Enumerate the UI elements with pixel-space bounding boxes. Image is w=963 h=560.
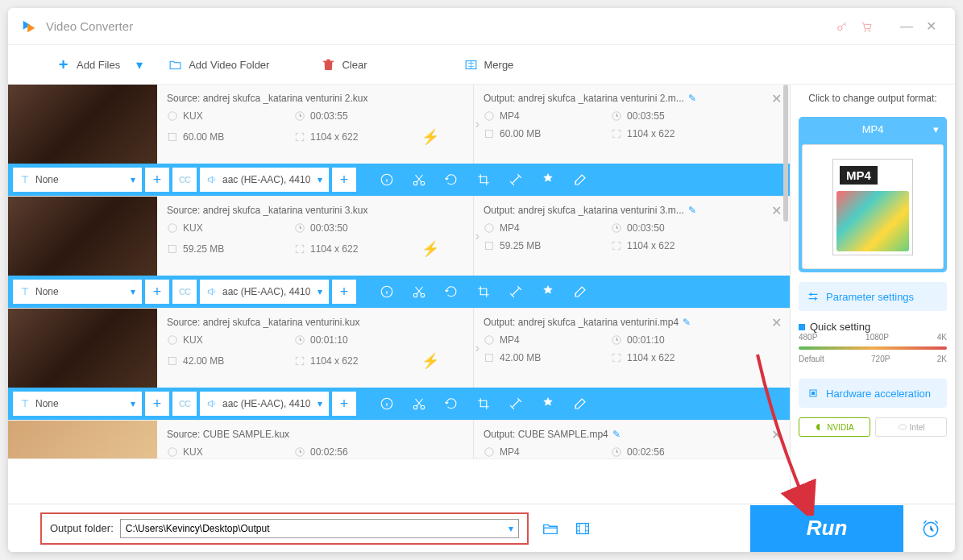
edit-icon[interactable]: ✎: [612, 429, 621, 440]
merge-button[interactable]: Merge: [448, 58, 530, 72]
cut-icon[interactable]: [408, 280, 430, 303]
sliders-icon: [807, 290, 820, 303]
edit-subtitle-icon[interactable]: [569, 392, 591, 415]
cut-icon[interactable]: [408, 168, 430, 191]
subtitle-select[interactable]: None▾: [13, 392, 142, 416]
scrollbar[interactable]: [783, 85, 788, 222]
merge-icon: [464, 58, 478, 72]
chevron-down-icon: ▾: [933, 123, 939, 135]
open-folder-icon[interactable]: [540, 518, 561, 539]
edit-subtitle-icon[interactable]: [569, 280, 591, 303]
watermark-icon[interactable]: [537, 168, 559, 191]
chevron-down-icon: ▾: [508, 523, 513, 534]
rotate-icon[interactable]: [440, 168, 463, 191]
add-subtitle-button[interactable]: +: [145, 392, 169, 416]
subtitle-select[interactable]: None▾: [13, 168, 142, 192]
output-folder-select[interactable]: C:\Users\Kevincy\Desktop\Output▾: [120, 519, 519, 538]
edit-icon[interactable]: ✎: [688, 205, 696, 216]
format-icon: [167, 110, 178, 122]
list-item: Source: CUBE SAMPLE.kux KUX00:02:56 › Ou…: [8, 421, 790, 459]
film-icon[interactable]: [572, 518, 593, 539]
svg-rect-36: [811, 392, 815, 395]
info-icon[interactable]: [376, 280, 398, 303]
list-item: Source: andrej skufca _katarina venturin…: [8, 197, 790, 309]
edit-icon[interactable]: ✎: [688, 93, 696, 104]
app-logo-icon: [20, 18, 38, 35]
quick-setting-label: Quick setting: [810, 321, 870, 333]
remove-item-icon[interactable]: ✕: [771, 315, 782, 330]
svg-point-25: [485, 336, 494, 345]
svg-point-13: [168, 224, 177, 233]
cc-button[interactable]: CC: [172, 392, 197, 416]
plus-icon: +: [56, 58, 70, 72]
svg-rect-9: [485, 130, 492, 137]
watermark-icon[interactable]: [537, 280, 559, 303]
source-info: Source: andrej skufca _katarina venturin…: [157, 85, 473, 164]
video-thumbnail[interactable]: [8, 309, 157, 388]
audio-select[interactable]: aac (HE-AAC), 4410▾: [200, 168, 329, 192]
add-files-button[interactable]: +Add Files: [40, 58, 136, 72]
watermark-icon[interactable]: [537, 392, 559, 415]
audio-select[interactable]: aac (HE-AAC), 4410▾: [200, 280, 329, 304]
info-icon[interactable]: [376, 392, 398, 415]
effects-icon[interactable]: [504, 392, 527, 415]
svg-point-22: [168, 336, 177, 345]
svg-rect-24: [168, 357, 176, 364]
clock-icon: [294, 110, 305, 122]
video-thumbnail[interactable]: [8, 421, 157, 459]
output-folder-highlight: Output folder: C:\Users\Kevincy\Desktop\…: [40, 512, 529, 545]
svg-rect-15: [168, 245, 176, 252]
svg-point-31: [168, 448, 177, 457]
nvidia-badge[interactable]: NVIDIA: [799, 417, 870, 437]
format-label: Click to change output format:: [799, 93, 947, 104]
activate-icon[interactable]: [830, 15, 854, 39]
chip-icon: [807, 387, 820, 400]
add-audio-button[interactable]: +: [332, 168, 356, 192]
video-thumbnail[interactable]: [8, 85, 157, 164]
run-button[interactable]: Run: [750, 505, 903, 552]
cc-button[interactable]: CC: [172, 280, 197, 304]
video-thumbnail[interactable]: [8, 197, 157, 276]
rotate-icon[interactable]: [440, 280, 463, 303]
edit-icon[interactable]: ✎: [683, 317, 691, 328]
crop-icon[interactable]: [472, 392, 495, 415]
parameter-settings-button[interactable]: Parameter settings: [799, 282, 947, 311]
source-label: Source: andrej skufca _katarina venturin…: [167, 93, 463, 104]
info-icon[interactable]: [376, 168, 398, 191]
schedule-icon[interactable]: [915, 512, 947, 545]
crop-icon[interactable]: [472, 280, 495, 303]
quality-slider[interactable]: 480P1080P4K Default720P2K: [799, 333, 947, 369]
text-icon: [19, 174, 31, 185]
trash-icon: [322, 58, 335, 72]
close-button[interactable]: ✕: [919, 15, 943, 39]
minimize-button[interactable]: —: [895, 15, 919, 39]
output-format-selector[interactable]: MP4▾ MP4: [799, 117, 947, 272]
add-subtitle-button[interactable]: +: [145, 280, 169, 304]
add-audio-button[interactable]: +: [332, 392, 356, 416]
rotate-icon[interactable]: [440, 392, 463, 415]
edit-subtitle-icon[interactable]: [569, 168, 591, 191]
intel-badge[interactable]: Intel: [875, 417, 947, 437]
remove-item-icon[interactable]: ✕: [771, 203, 782, 218]
add-subtitle-button[interactable]: +: [145, 168, 169, 192]
hardware-accel-button[interactable]: Hardware acceleration: [799, 379, 947, 408]
cc-button[interactable]: CC: [172, 168, 197, 192]
crop-icon[interactable]: [472, 168, 495, 191]
add-files-dropdown-icon[interactable]: ▾: [136, 57, 152, 73]
effects-icon[interactable]: [504, 168, 527, 191]
titlebar: Video Converter — ✕: [8, 8, 955, 44]
subtitle-select[interactable]: None▾: [13, 280, 142, 304]
file-icon: [167, 131, 178, 143]
svg-rect-38: [576, 523, 588, 533]
audio-select[interactable]: aac (HE-AAC), 4410▾: [200, 392, 329, 416]
cart-icon[interactable]: [854, 15, 878, 39]
clear-button[interactable]: Clear: [305, 58, 383, 72]
add-audio-button[interactable]: +: [332, 280, 356, 304]
remove-item-icon[interactable]: ✕: [771, 91, 782, 106]
add-folder-button[interactable]: Add Video Folder: [152, 58, 285, 72]
cut-icon[interactable]: [408, 392, 430, 415]
svg-point-37: [899, 425, 906, 429]
remove-item-icon[interactable]: ✕: [771, 427, 782, 442]
main-toolbar: +Add Files ▾ Add Video Folder Clear Merg…: [8, 44, 955, 85]
effects-icon[interactable]: [504, 280, 527, 303]
